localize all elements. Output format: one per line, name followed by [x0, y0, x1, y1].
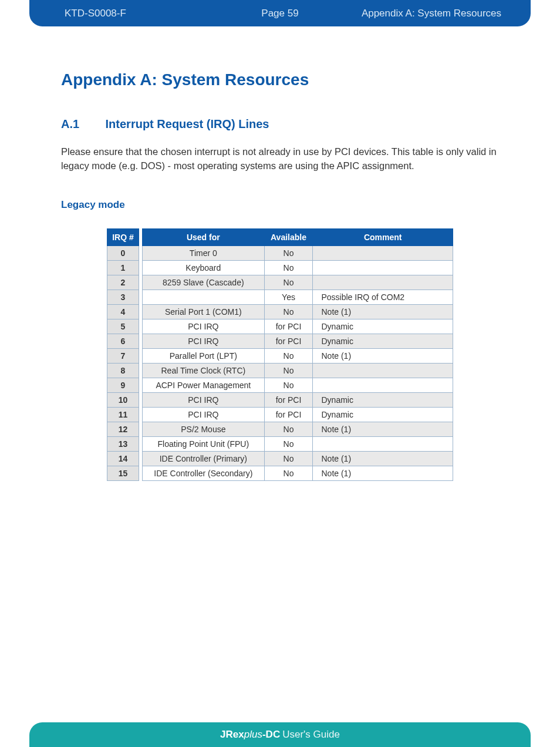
cell-irq: 5: [107, 319, 139, 334]
footer-brand-1: JRex: [220, 729, 244, 741]
cell-irq: 14: [107, 451, 139, 466]
table-row: 1KeyboardNo: [107, 260, 453, 275]
cell-irq: 15: [107, 466, 139, 480]
cell-avail: No: [264, 466, 313, 480]
cell-used: Serial Port 1 (COM1): [143, 304, 264, 319]
table-row: 9ACPI Power ManagementNo: [107, 378, 453, 392]
cell-irq: 11: [107, 407, 139, 422]
cell-irq: 8: [107, 363, 139, 378]
section-number: A.1: [61, 117, 102, 131]
cell-irq: 0: [107, 245, 139, 260]
cell-avail: for PCI: [264, 334, 313, 348]
table-row: 5PCI IRQfor PCIDynamic: [107, 319, 453, 334]
cell-comment: [313, 260, 453, 275]
page-content: Appendix A: System Resources A.1 Interru…: [61, 70, 499, 481]
cell-used: IDE Controller (Primary): [143, 451, 264, 466]
table-row: 12PS/2 MouseNoNote (1): [107, 422, 453, 436]
table-row: 3YesPossible IRQ of COM2: [107, 290, 453, 304]
doc-id: KTD-S0008-F: [65, 8, 126, 19]
col-used: Used for: [143, 228, 264, 245]
cell-used: Keyboard: [143, 260, 264, 275]
footer-brand-3: -DC: [262, 729, 280, 741]
cell-comment: Possible IRQ of COM2: [313, 290, 453, 304]
cell-irq: 6: [107, 334, 139, 348]
cell-used: PCI IRQ: [143, 334, 264, 348]
cell-comment: Dynamic: [313, 407, 453, 422]
cell-irq: 10: [107, 392, 139, 407]
cell-irq: 2: [107, 275, 139, 290]
cell-irq: 9: [107, 378, 139, 392]
col-comment: Comment: [313, 228, 453, 245]
table-row: 13Floating Point Unit (FPU)No: [107, 436, 453, 451]
cell-comment: [313, 245, 453, 260]
table-row: 0Timer 0No: [107, 245, 453, 260]
table-row: 11PCI IRQfor PCIDynamic: [107, 407, 453, 422]
cell-comment: Note (1): [313, 348, 453, 363]
cell-irq: 12: [107, 422, 139, 436]
cell-used: 8259 Slave (Cascade): [143, 275, 264, 290]
cell-avail: No: [264, 260, 313, 275]
table-row: 14IDE Controller (Primary)NoNote (1): [107, 451, 453, 466]
section-title: Interrupt Request (IRQ) Lines: [106, 117, 269, 130]
heading-2: A.1 Interrupt Request (IRQ) Lines: [61, 117, 499, 131]
cell-comment: [313, 436, 453, 451]
cell-used: PCI IRQ: [143, 407, 264, 422]
cell-comment: Dynamic: [313, 392, 453, 407]
table-row: 4Serial Port 1 (COM1)NoNote (1): [107, 304, 453, 319]
cell-comment: Note (1): [313, 466, 453, 480]
footer-guide: User's Guide: [282, 729, 340, 741]
cell-avail: No: [264, 275, 313, 290]
cell-comment: Note (1): [313, 451, 453, 466]
cell-irq: 4: [107, 304, 139, 319]
cell-avail: No: [264, 378, 313, 392]
table-row: 7Parallel Port (LPT)NoNote (1): [107, 348, 453, 363]
cell-irq: 1: [107, 260, 139, 275]
cell-comment: Note (1): [313, 422, 453, 436]
heading-1: Appendix A: System Resources: [61, 70, 499, 89]
table-row: 8Real Time Clock (RTC)No: [107, 363, 453, 378]
cell-avail: No: [264, 304, 313, 319]
top-banner: KTD-S0008-F Page 59 Appendix A: System R…: [29, 0, 531, 26]
cell-avail: for PCI: [264, 392, 313, 407]
cell-used: Timer 0: [143, 245, 264, 260]
cell-comment: [313, 275, 453, 290]
bottom-banner: JRexplus-DC User's Guide: [29, 722, 531, 747]
cell-irq: 7: [107, 348, 139, 363]
col-avail: Available: [264, 228, 313, 245]
section-name: Appendix A: System Resources: [362, 8, 501, 19]
table-row: 15IDE Controller (Secondary)NoNote (1): [107, 466, 453, 480]
cell-comment: Dynamic: [313, 334, 453, 348]
col-irq: IRQ #: [107, 228, 139, 245]
cell-avail: No: [264, 363, 313, 378]
cell-comment: [313, 378, 453, 392]
cell-used: PCI IRQ: [143, 392, 264, 407]
cell-used: ACPI Power Management: [143, 378, 264, 392]
cell-used: Parallel Port (LPT): [143, 348, 264, 363]
cell-used: PCI IRQ: [143, 319, 264, 334]
cell-comment: Note (1): [313, 304, 453, 319]
table-row: 10PCI IRQfor PCIDynamic: [107, 392, 453, 407]
cell-used: Real Time Clock (RTC): [143, 363, 264, 378]
cell-comment: [313, 363, 453, 378]
cell-avail: No: [264, 422, 313, 436]
cell-irq: 3: [107, 290, 139, 304]
cell-used: IDE Controller (Secondary): [143, 466, 264, 480]
cell-avail: No: [264, 436, 313, 451]
cell-avail: for PCI: [264, 407, 313, 422]
cell-avail: for PCI: [264, 319, 313, 334]
footer-brand-2: plus: [244, 729, 262, 741]
irq-table: IRQ # Used for Available Comment 0Timer …: [107, 228, 453, 481]
cell-avail: No: [264, 348, 313, 363]
heading-3: Legacy mode: [61, 199, 499, 211]
cell-irq: 13: [107, 436, 139, 451]
cell-comment: Dynamic: [313, 319, 453, 334]
cell-used: Floating Point Unit (FPU): [143, 436, 264, 451]
table-header-row: IRQ # Used for Available Comment: [107, 228, 453, 245]
page-number: Page 59: [261, 8, 298, 19]
cell-used: [143, 290, 264, 304]
table-row: 28259 Slave (Cascade)No: [107, 275, 453, 290]
intro-paragraph: Please ensure that the chosen interrupt …: [61, 145, 499, 173]
cell-avail: No: [264, 451, 313, 466]
cell-avail: Yes: [264, 290, 313, 304]
table-row: 6PCI IRQfor PCIDynamic: [107, 334, 453, 348]
